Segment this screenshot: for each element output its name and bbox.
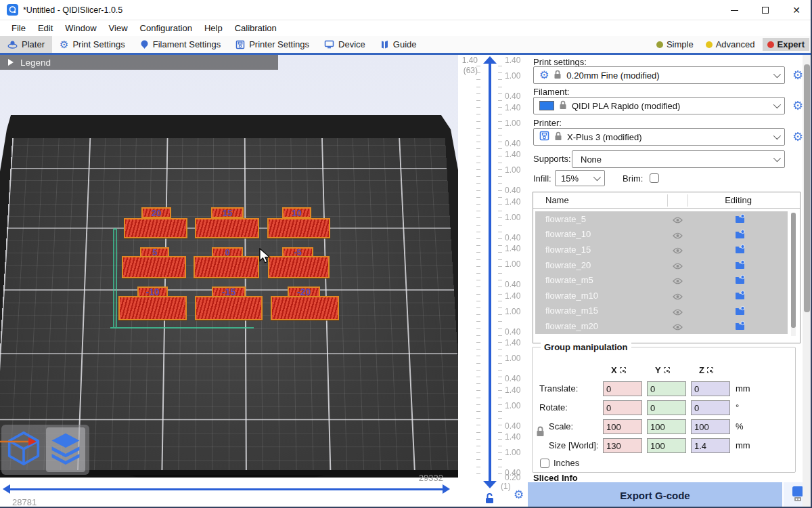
inches-checkbox[interactable]	[540, 459, 549, 468]
eye-icon[interactable]	[673, 292, 683, 302]
calibration-plate[interactable]	[268, 256, 330, 278]
brim-label: Brim:	[623, 173, 643, 184]
infill-value: 15%	[561, 173, 589, 184]
calibration-plate[interactable]	[271, 296, 339, 320]
object-list-row[interactable]: flowrate_15	[535, 242, 788, 257]
manip-field-z[interactable]	[691, 438, 730, 453]
edit-object-icon[interactable]	[735, 245, 745, 256]
menu-help[interactable]: Help	[198, 22, 229, 35]
supports-combo[interactable]: None	[572, 150, 785, 168]
tab-printer-settings[interactable]: Printer Settings	[228, 36, 317, 53]
lock-open-icon[interactable]	[484, 492, 495, 507]
menu-calibration[interactable]: Calibration	[229, 22, 283, 35]
calibration-plate[interactable]	[194, 256, 259, 278]
mode-simple[interactable]: Simple	[652, 38, 698, 51]
object-list-row[interactable]: flowrate_5	[535, 211, 788, 227]
viewport-3d[interactable]: 20151050-5-10-15-20 Legend 29332 28781	[0, 55, 458, 508]
manip-field-x[interactable]	[603, 400, 642, 415]
moves-slider-track[interactable]	[9, 488, 443, 490]
object-list-row[interactable]: flowrate_10	[535, 227, 788, 242]
calibration-plate[interactable]	[267, 218, 330, 238]
mode-expert[interactable]: Expert	[763, 38, 809, 51]
manip-field-x[interactable]	[603, 438, 642, 453]
mode-advanced[interactable]: Advanced	[701, 38, 760, 51]
manip-field-y[interactable]	[647, 381, 686, 396]
layer-slider-track[interactable]	[489, 64, 491, 481]
calibration-plate[interactable]	[124, 218, 187, 238]
close-button[interactable]: ✕	[781, 0, 812, 20]
edit-object-icon[interactable]	[735, 214, 745, 226]
edit-object-icon[interactable]	[735, 321, 745, 333]
edit-object-icon[interactable]	[735, 230, 745, 241]
manip-field-z[interactable]	[691, 400, 730, 415]
axis-reset-icon[interactable]	[620, 367, 626, 373]
calibration-plate[interactable]	[122, 256, 186, 278]
menu-view[interactable]: View	[103, 22, 134, 35]
object-list-row[interactable]: flowrate_m15	[535, 303, 788, 319]
eye-icon[interactable]	[673, 276, 683, 287]
group-manipulation-panel: Group manipulation XYZTranslate:mmRotate…	[532, 347, 796, 473]
menu-configuration[interactable]: Configuration	[134, 22, 198, 35]
tab-device[interactable]: Device	[317, 36, 373, 53]
supports-label: Supports:	[533, 154, 571, 164]
axis-reset-icon[interactable]	[707, 367, 713, 373]
editor-view-button[interactable]	[4, 427, 43, 472]
object-list-row[interactable]: flowrate_m5	[535, 272, 788, 288]
manip-field-x[interactable]	[603, 419, 642, 434]
slider-settings-gear-icon[interactable]: ⚙	[514, 489, 524, 501]
minimize-button[interactable]	[719, 0, 750, 20]
manip-field-y[interactable]	[647, 400, 686, 415]
legend-bar[interactable]: Legend	[0, 55, 278, 70]
manip-field-x[interactable]	[603, 381, 642, 396]
edit-object-icon[interactable]	[735, 291, 745, 302]
eye-icon[interactable]	[673, 215, 683, 226]
eye-icon[interactable]	[673, 261, 683, 272]
menu-file[interactable]: File	[5, 22, 32, 35]
edit-object-icon[interactable]	[735, 260, 745, 272]
layer-slider-upper-thumb[interactable]	[483, 56, 497, 64]
object-list-row[interactable]: flowrate_20	[535, 257, 788, 273]
manip-field-y[interactable]	[647, 438, 686, 453]
eye-icon[interactable]	[673, 322, 683, 333]
printer-combo[interactable]: X-Plus 3 (modified)	[533, 128, 785, 146]
tab-filament-settings[interactable]: Filament Settings	[133, 36, 228, 53]
print-settings-combo[interactable]: ⚙ 0.20mm Fine (modified)	[533, 66, 785, 84]
edit-object-icon[interactable]	[735, 275, 745, 287]
menu-window[interactable]: Window	[59, 22, 102, 35]
moves-slider-left-thumb[interactable]	[3, 484, 10, 494]
infill-combo[interactable]: 15%	[555, 170, 605, 186]
filament-combo[interactable]: QIDI PLA Rapido (modified)	[533, 97, 785, 114]
manip-field-z[interactable]	[691, 419, 730, 434]
eye-icon[interactable]	[673, 308, 683, 318]
tab-guide[interactable]: Guide	[373, 36, 424, 53]
edit-object-icon[interactable]	[735, 306, 745, 318]
eye-icon[interactable]	[673, 231, 683, 241]
printer-value: X-Plus 3 (modified)	[567, 132, 769, 142]
export-gcode-button[interactable]: Export G-code	[528, 482, 782, 508]
calibration-plate[interactable]	[195, 296, 263, 320]
axis-reset-icon[interactable]	[664, 367, 670, 373]
brim-checkbox[interactable]	[650, 173, 659, 183]
tab-print-settings[interactable]: ⚙Print Settings	[52, 36, 133, 53]
manip-field-y[interactable]	[647, 419, 686, 434]
object-list-row[interactable]: flowrate_m20	[535, 318, 788, 334]
calibration-plate[interactable]	[195, 218, 259, 238]
manip-field-z[interactable]	[691, 381, 730, 396]
uniform-scale-lock-icon[interactable]	[536, 426, 545, 439]
preview-view-button[interactable]	[46, 427, 85, 472]
eye-icon[interactable]	[673, 246, 683, 256]
menu-edit[interactable]: Edit	[32, 22, 59, 35]
tab-plater[interactable]: Plater	[0, 36, 52, 53]
sidebar-panel: Print settings: ⚙ 0.20mm Fine (modified)…	[528, 55, 812, 508]
calibration-plate[interactable]	[118, 296, 187, 320]
moves-slider-right-thumb[interactable]	[443, 484, 450, 494]
maximize-button[interactable]	[750, 0, 781, 20]
layer-tick-label: 0.40	[505, 91, 520, 101]
object-list-scrollbar[interactable]	[791, 213, 796, 336]
filament-value: QIDI PLA Rapido (modified)	[572, 101, 769, 111]
manip-row-label: Rotate:	[539, 402, 568, 412]
object-list-row[interactable]: flowrate_m10	[535, 288, 788, 303]
panel-scrollbar-thumb[interactable]	[804, 64, 810, 312]
layer-slider-lower-thumb[interactable]	[483, 481, 497, 488]
plate-number-label: -10	[145, 287, 159, 297]
